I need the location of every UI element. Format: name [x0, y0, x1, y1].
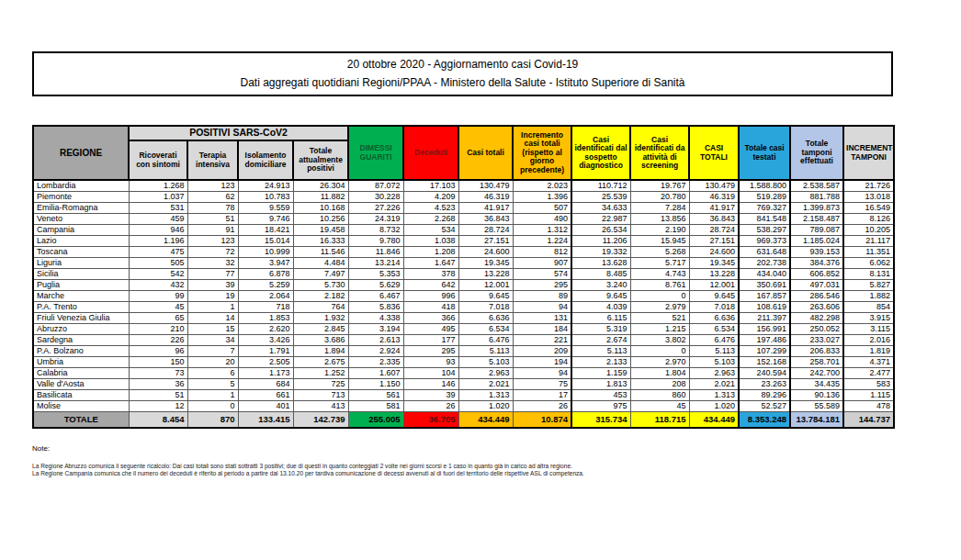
value-cell: 1.607	[348, 367, 403, 378]
value-cell: 812	[513, 246, 571, 257]
value-cell: 12	[129, 400, 187, 411]
value-cell: 6	[187, 367, 238, 378]
value-cell: 413	[293, 400, 348, 411]
value-cell: 7.284	[630, 202, 689, 213]
value-cell: 2.182	[293, 290, 348, 301]
table-row: P.A. Trento4517187645.8364187.018944.039…	[33, 301, 894, 312]
table-row: Lazio1.19612315.01416.3339.7801.03827.15…	[33, 235, 894, 246]
value-cell: 519.289	[739, 191, 790, 202]
value-cell: 19.345	[689, 257, 739, 268]
value-cell: 110.712	[571, 180, 630, 191]
value-cell: 123	[187, 235, 238, 246]
value-cell: 2.963	[458, 367, 513, 378]
header-totale-casi-testati: Totale casi testati	[739, 126, 790, 180]
value-cell: 1.215	[630, 323, 689, 334]
value-cell: 94	[513, 367, 571, 378]
value-cell: 939.153	[790, 246, 843, 257]
note-line-abruzzo: La Regione Abruzzo comunica il seguente …	[32, 463, 914, 470]
value-cell: 3.240	[571, 279, 630, 290]
value-cell: 1.791	[238, 345, 293, 356]
value-cell: 36.843	[689, 213, 739, 224]
value-cell: 16.333	[293, 235, 348, 246]
value-cell: 4.371	[843, 356, 894, 367]
value-cell: 581	[348, 400, 403, 411]
value-cell: 18.421	[238, 224, 293, 235]
total-row: TOTALE8.454870133.415142.739255.00536.70…	[33, 411, 894, 428]
value-cell: 9.559	[238, 202, 293, 213]
value-cell: 1.813	[571, 378, 630, 389]
value-cell: 6.476	[689, 334, 739, 345]
value-cell: 45	[630, 400, 689, 411]
value-cell: 62	[187, 191, 238, 202]
region-name: Emilia-Romagna	[33, 202, 129, 213]
table-row: Veneto459519.74610.25624.3192.26836.8434…	[33, 213, 894, 224]
value-cell: 1.208	[403, 246, 458, 257]
value-cell: 10.999	[238, 246, 293, 257]
value-cell: 4.484	[293, 257, 348, 268]
value-cell: 1.173	[238, 367, 293, 378]
value-cell: 263.606	[790, 301, 843, 312]
value-cell: 142.739	[293, 411, 348, 428]
value-cell: 7.497	[293, 268, 348, 279]
note-line-campania: La Regione Campania comunica che il nume…	[32, 470, 914, 477]
header-ricoverati-sintomi: Ricoverati con sintomi	[129, 140, 187, 180]
value-cell: 177	[403, 334, 458, 345]
value-cell: 17	[513, 389, 571, 400]
value-cell: 150	[129, 356, 187, 367]
value-cell: 996	[403, 290, 458, 301]
table-row: Umbria150202.5052.6752.335935.1031942.13…	[33, 356, 894, 367]
value-cell: 495	[403, 323, 458, 334]
value-cell: 11.546	[293, 246, 348, 257]
region-name: Umbria	[33, 356, 129, 367]
region-name: Abruzzo	[33, 323, 129, 334]
value-cell: 13.784.181	[790, 411, 843, 428]
value-cell: 13.228	[689, 268, 739, 279]
value-cell: 11.882	[293, 191, 348, 202]
value-cell: 1.020	[458, 400, 513, 411]
value-cell: 197.486	[739, 334, 790, 345]
value-cell: 769.327	[739, 202, 790, 213]
value-cell: 6.534	[689, 323, 739, 334]
header-casi-totali: Casi totali	[458, 126, 513, 180]
value-cell: 20	[187, 356, 238, 367]
value-cell: 1.312	[513, 224, 571, 235]
value-cell: 434.040	[739, 268, 790, 279]
value-cell: 10.783	[238, 191, 293, 202]
value-cell: 242.700	[790, 367, 843, 378]
value-cell: 25.539	[571, 191, 630, 202]
value-cell: 684	[238, 378, 293, 389]
value-cell: 975	[571, 400, 630, 411]
value-cell: 6.636	[689, 312, 739, 323]
value-cell: 19.458	[293, 224, 348, 235]
value-cell: 401	[238, 400, 293, 411]
value-cell: 250.052	[790, 323, 843, 334]
value-cell: 77	[187, 268, 238, 279]
value-cell: 41.917	[689, 202, 739, 213]
value-cell: 507	[513, 202, 571, 213]
value-cell: 1.853	[238, 312, 293, 323]
table-row: Piemonte1.0376210.78311.88230.2284.20946…	[33, 191, 894, 202]
value-cell: 2.158.487	[790, 213, 843, 224]
value-cell: 2.477	[843, 367, 894, 378]
value-cell: 4.209	[403, 191, 458, 202]
value-cell: 10.874	[513, 411, 571, 428]
value-cell: 26.534	[571, 224, 630, 235]
value-cell: 5.113	[689, 345, 739, 356]
value-cell: 531	[129, 202, 187, 213]
value-cell: 841.548	[739, 213, 790, 224]
value-cell: 497.031	[790, 279, 843, 290]
header-totale-tamponi: Totale tamponi effettuati	[790, 126, 843, 180]
value-cell: 9.645	[689, 290, 739, 301]
value-cell: 1.268	[129, 180, 187, 191]
value-cell: 5.827	[843, 279, 894, 290]
value-cell: 4.039	[571, 301, 630, 312]
value-cell: 14	[187, 312, 238, 323]
value-cell: 90.136	[790, 389, 843, 400]
value-cell: 378	[403, 268, 458, 279]
value-cell: 542	[129, 268, 187, 279]
value-cell: 453	[571, 389, 630, 400]
value-cell: 202.738	[739, 257, 790, 268]
value-cell: 475	[129, 246, 187, 257]
value-cell: 907	[513, 257, 571, 268]
value-cell: 2.970	[630, 356, 689, 367]
